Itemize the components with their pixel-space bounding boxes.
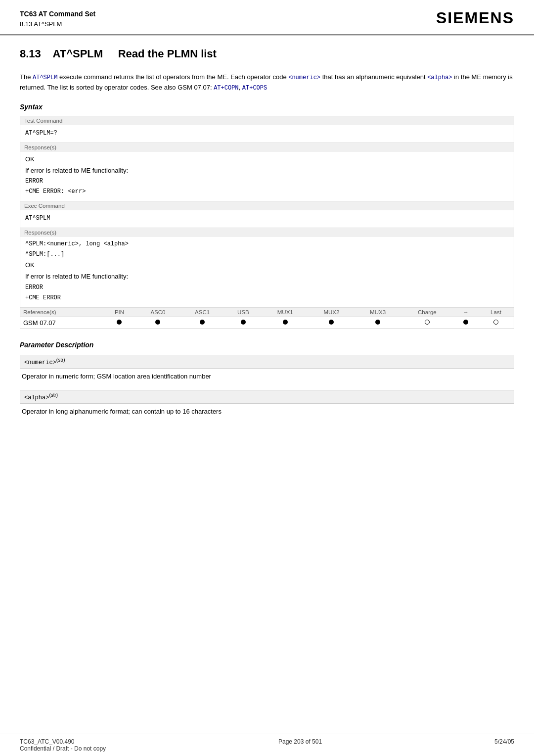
ref-col-header-asc0: ASC0 [136,308,180,317]
ref-dot-charge [401,317,453,329]
syntax-heading: Syntax [20,103,514,111]
header-left: TC63 AT Command Set 8.13 AT^SPLM [20,9,95,29]
intro-link3[interactable]: <alpha> [427,74,452,81]
exec-response-content: ^SPLM:<numeric>, long <alpha> ^SPLM:[...… [20,237,514,307]
dot-filled-pin [117,320,122,325]
page-header: TC63 AT Command Set 8.13 AT^SPLM SIEMENS [0,0,534,35]
header-subtitle: 8.13 AT^SPLM [20,19,95,29]
dot-filled-asc0 [155,320,160,325]
dot-empty-charge [425,320,430,325]
intro-text-after-link2: that has an alphanumeric equivalent [320,73,427,81]
param-desc-heading: Parameter Description [20,341,514,349]
dot-empty-last [493,320,498,325]
ref-col-header-asc1: ASC1 [180,308,224,317]
test-response-label: Response(s) [20,143,514,152]
test-resp-error: ERROR [25,176,510,187]
section-heading: 8.13 AT^SPLM Read the PLMN list [20,47,514,62]
exec-command-text: AT^SPLM [25,215,50,222]
test-command-cmd: AT^SPLM=? [20,125,514,142]
param-block-numeric: <numeric>(str) Operator in numeric form;… [20,355,514,382]
ref-dot-mux3 [355,317,401,329]
exec-resp-line1: ^SPLM:<numeric>, long <alpha> [25,239,510,249]
dot-filled-arrow [463,320,468,325]
param-label-alpha: <alpha>(str) [20,390,514,404]
exec-command-label: Exec Command [20,201,514,210]
param-desc-alpha: Operator in long alphanumeric format; ca… [20,407,514,417]
dot-filled-mux1 [283,320,288,325]
page-footer: TC63_ATC_V00.490 Confidential / Draft - … [0,734,534,756]
ref-col-header-mux1: MUX1 [262,308,309,317]
intro-link5[interactable]: AT+COPS [242,85,267,92]
intro-link4[interactable]: AT+COPN [214,85,238,92]
intro-comma: , [239,84,242,91]
test-resp-cme: +CME ERROR: <err> [25,187,510,197]
param-desc-numeric: Operator in numeric form; GSM location a… [20,372,514,382]
command-block-container: Test Command AT^SPLM=? Response(s) OK If… [20,116,514,329]
footer-doc-id: TC63_ATC_V00.490 [20,738,106,745]
ref-col-header-last: Last [478,308,514,317]
intro-text-after-link1: execute command returns the list of oper… [57,73,288,81]
exec-resp-ok: OK [25,260,510,271]
ref-dot-asc0 [136,317,180,329]
main-content: 8.13 AT^SPLM Read the PLMN list The AT^S… [0,36,534,435]
test-command-text: AT^SPLM=? [25,130,57,137]
reference-table: Reference(s) PIN ASC0 ASC1 USB MUX1 MUX2… [20,308,514,329]
footer-center: Page 203 of 501 [278,738,322,752]
section-subtitle: Read the PLMN list [118,47,217,60]
intro-text-before-link1: The [20,73,33,81]
header-logo: SIEMENS [436,9,514,27]
param-desc-section: Parameter Description <numeric>(str) Ope… [20,341,514,417]
ref-value: GSM 07.07 [20,317,103,329]
section-title: AT^SPLM [52,47,103,60]
exec-resp-if: If error is related to ME functionality: [25,271,510,283]
param-block-alpha: <alpha>(str) Operator in long alphanumer… [20,390,514,417]
param-label-numeric: <numeric>(str) [20,355,514,369]
intro-link1[interactable]: AT^SPLM [33,74,57,81]
param-label-numeric-sup: (str) [56,357,65,363]
ref-dot-last [478,317,514,329]
ref-dot-arrow [453,317,478,329]
ref-col-header-usb: USB [224,308,262,317]
param-label-numeric-text: <numeric> [24,359,56,366]
ref-col-header-arrow: → [453,308,478,317]
dot-filled-mux3 [375,320,380,325]
ref-table-data-row: GSM 07.07 [20,317,514,329]
ref-col-header-ref: Reference(s) [20,308,103,317]
footer-confidential: Confidential / Draft - Do not copy [20,745,106,752]
exec-response-row: Response(s) ^SPLM:<numeric>, long <alpha… [20,228,514,308]
intro-paragraph: The AT^SPLM execute command returns the … [20,72,514,93]
ref-col-header-charge: Charge [401,308,453,317]
test-command-row: Test Command AT^SPLM=? [20,116,514,143]
ref-dot-mux1 [262,317,309,329]
test-resp-if: If error is related to ME functionality: [25,165,510,177]
footer-left: TC63_ATC_V00.490 Confidential / Draft - … [20,738,106,752]
ref-col-header-mux2: MUX2 [309,308,355,317]
test-resp-ok: OK [25,154,510,165]
dot-filled-mux2 [329,320,334,325]
exec-resp-line2: ^SPLM:[...] [25,249,510,260]
test-command-label: Test Command [20,116,514,125]
exec-resp-cme: +CME ERROR [25,293,510,303]
ref-col-header-mux3: MUX3 [355,308,401,317]
footer-date: 5/24/05 [494,738,514,752]
param-label-alpha-text: <alpha> [24,394,49,401]
dot-filled-asc1 [200,320,205,325]
exec-response-label: Response(s) [20,228,514,237]
header-title: TC63 AT Command Set [20,9,95,19]
ref-table-header-row: Reference(s) PIN ASC0 ASC1 USB MUX1 MUX2… [20,308,514,317]
ref-col-header-pin: PIN [103,308,135,317]
section-number: 8.13 [20,47,41,60]
ref-dot-asc1 [180,317,224,329]
intro-link2[interactable]: <numeric> [288,74,320,81]
exec-resp-error: ERROR [25,283,510,293]
dot-filled-usb [241,320,246,325]
param-label-alpha-sup: (str) [49,392,58,398]
ref-dot-usb [224,317,262,329]
exec-command-cmd: AT^SPLM [20,210,514,228]
ref-dot-pin [103,317,135,329]
test-response-row: Response(s) OK If error is related to ME… [20,143,514,202]
ref-dot-mux2 [309,317,355,329]
exec-command-row: Exec Command AT^SPLM [20,201,514,228]
test-response-content: OK If error is related to ME functionali… [20,152,514,201]
